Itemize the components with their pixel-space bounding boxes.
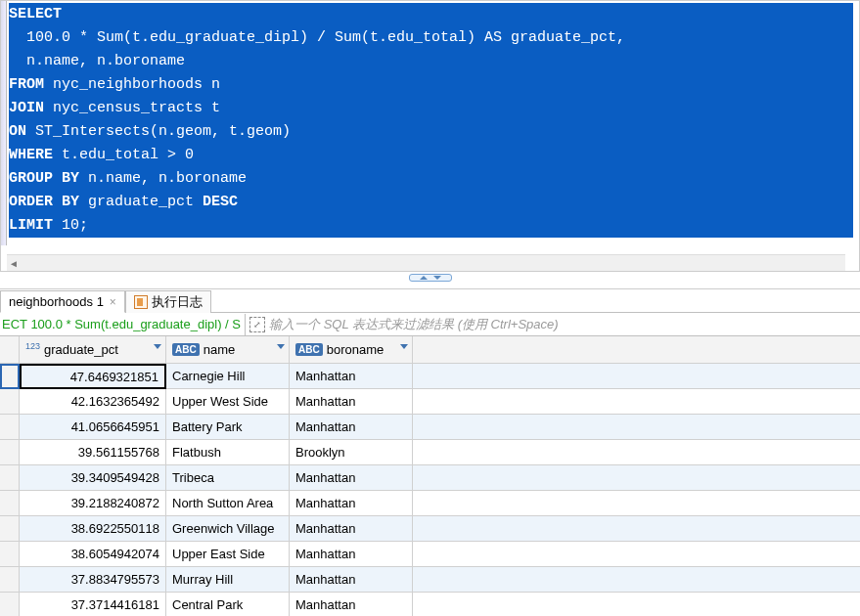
cell-graduate-pct[interactable]: 37.3714416181	[20, 593, 166, 616]
table-row[interactable]: 37.8834795573Murray HillManhattan	[0, 567, 860, 593]
cell-graduate-pct[interactable]: 42.1632365492	[20, 389, 166, 415]
chevron-down-icon[interactable]	[400, 344, 408, 349]
row-header[interactable]	[0, 465, 20, 491]
cell-name[interactable]: Flatbush	[166, 440, 290, 465]
kw-on: ON	[9, 123, 26, 140]
sql-line-9-mid: graduate_pct	[79, 194, 203, 210]
row-header[interactable]	[0, 364, 20, 389]
row-header[interactable]	[0, 542, 20, 567]
sql-line-6-rest: ST_Intersects(n.geom, t.geom)	[26, 123, 291, 140]
cell-empty	[413, 440, 860, 465]
kw-groupby: GROUP BY	[9, 170, 79, 187]
cell-name[interactable]: Upper West Side	[166, 389, 290, 415]
result-tab-label: neighborhoods 1	[9, 294, 104, 309]
row-header[interactable]	[0, 516, 20, 542]
cell-graduate-pct[interactable]: 38.6054942074	[20, 542, 166, 567]
cell-empty	[413, 593, 860, 616]
close-icon[interactable]: ×	[110, 295, 116, 309]
table-row[interactable]: 38.6922550118Greenwich VillageManhattan	[0, 516, 860, 542]
row-header[interactable]	[0, 415, 20, 440]
cell-graduate-pct[interactable]: 39.2188240872	[20, 491, 166, 516]
table-row[interactable]: 39.561155768FlatbushBrooklyn	[0, 440, 860, 465]
cell-empty	[413, 491, 860, 516]
row-header[interactable]	[0, 389, 20, 415]
chevron-down-icon[interactable]	[154, 344, 161, 349]
table-row[interactable]: 39.3409549428TribecaManhattan	[0, 465, 860, 491]
grid-body: 47.6469321851Carnegie HillManhattan42.16…	[0, 364, 860, 616]
kw-limit: LIMIT	[9, 217, 53, 234]
grid-header-row: 123 graduate_pct ABC name ABC boroname	[0, 336, 860, 364]
table-row[interactable]: 37.3714416181Central ParkManhattan	[0, 593, 860, 616]
table-row[interactable]: 38.6054942074Upper East SideManhattan	[0, 542, 860, 567]
cell-boroname[interactable]: Manhattan	[290, 491, 413, 516]
row-header[interactable]	[0, 440, 20, 465]
cell-name[interactable]: Central Park	[166, 593, 290, 616]
sql-line-5-rest: nyc_census_tracts t	[44, 100, 220, 116]
row-header[interactable]	[0, 567, 20, 593]
cell-boroname[interactable]: Manhattan	[290, 516, 413, 542]
row-header[interactable]	[0, 593, 20, 616]
cell-boroname[interactable]: Manhattan	[290, 593, 413, 616]
kw-where: WHERE	[9, 147, 53, 163]
cell-boroname[interactable]: Manhattan	[290, 389, 413, 415]
cell-empty	[413, 567, 860, 593]
panel-splitter[interactable]	[0, 272, 860, 289]
kw-orderby: ORDER BY	[9, 194, 79, 210]
tab-result-neighborhoods[interactable]: neighborhoods 1 ×	[0, 290, 125, 313]
sql-line-7-rest: t.edu_total > 0	[53, 147, 194, 163]
column-header-graduate-pct[interactable]: 123 graduate_pct	[20, 336, 166, 364]
cell-empty	[413, 389, 860, 415]
cell-name[interactable]: Battery Park	[166, 415, 290, 440]
cell-empty	[413, 516, 860, 542]
table-row[interactable]: 42.1632365492Upper West SideManhattan	[0, 389, 860, 415]
sql-line-10-rest: 10;	[53, 217, 88, 234]
cell-empty	[413, 465, 860, 491]
sql-line-4-rest: nyc_neighborhoods n	[44, 76, 220, 93]
row-header-corner[interactable]	[0, 336, 20, 364]
kw-join: JOIN	[9, 100, 44, 116]
sql-editor[interactable]: SELECT 100.0 * Sum(t.edu_graduate_dipl) …	[0, 0, 860, 272]
cell-boroname[interactable]: Manhattan	[290, 364, 413, 389]
cell-empty	[413, 415, 860, 440]
sql-line-3: n.name, n.boroname	[9, 53, 185, 69]
cell-boroname[interactable]: Manhattan	[290, 567, 413, 593]
tab-execution-log[interactable]: 执行日志	[125, 290, 211, 313]
table-row[interactable]: 39.2188240872North Sutton AreaManhattan	[0, 491, 860, 516]
cell-boroname[interactable]: Manhattan	[290, 542, 413, 567]
numeric-type-icon: 123	[25, 341, 40, 351]
editor-gutter	[1, 1, 7, 245]
cell-graduate-pct[interactable]: 38.6922550118	[20, 516, 166, 542]
cell-name[interactable]: Greenwich Village	[166, 516, 290, 542]
cell-name[interactable]: Murray Hill	[166, 567, 290, 593]
sql-text[interactable]: SELECT 100.0 * Sum(t.edu_graduate_dipl) …	[9, 3, 853, 238]
cell-name[interactable]: Tribeca	[166, 465, 290, 491]
cell-graduate-pct[interactable]: 41.0656645951	[20, 415, 166, 440]
cell-name[interactable]: Carnegie Hill	[166, 364, 290, 389]
kw-select: SELECT	[9, 6, 62, 22]
cell-name[interactable]: North Sutton Area	[166, 491, 290, 516]
cell-name[interactable]: Upper East Side	[166, 542, 290, 567]
table-row[interactable]: 47.6469321851Carnegie HillManhattan	[0, 364, 860, 389]
column-label-c1: graduate_pct	[44, 342, 118, 357]
scroll-left-arrow-icon[interactable]: ◄	[7, 257, 21, 270]
table-row[interactable]: 41.0656645951Battery ParkManhattan	[0, 415, 860, 440]
cell-graduate-pct[interactable]: 47.6469321851	[20, 364, 166, 389]
column-header-boroname[interactable]: ABC boroname	[290, 336, 413, 364]
cell-graduate-pct[interactable]: 39.561155768	[20, 440, 166, 465]
cell-boroname[interactable]: Manhattan	[290, 415, 413, 440]
column-label-c2: name	[204, 342, 236, 357]
cell-graduate-pct[interactable]: 39.3409549428	[20, 465, 166, 491]
expand-icon[interactable]: ⤢	[249, 317, 265, 332]
cell-boroname[interactable]: Brooklyn	[290, 440, 413, 465]
filter-input[interactable]: 输入一个 SQL 表达式来过滤结果 (使用 Ctrl+Space)	[269, 316, 860, 333]
cell-boroname[interactable]: Manhattan	[290, 465, 413, 491]
results-tabs: neighborhoods 1 × 执行日志	[0, 289, 860, 313]
row-header[interactable]	[0, 491, 20, 516]
divider	[245, 314, 246, 335]
chevron-down-icon[interactable]	[277, 344, 285, 349]
horizontal-scrollbar[interactable]: ◄	[7, 254, 845, 271]
column-header-name[interactable]: ABC name	[166, 336, 290, 364]
splitter-grip-icon[interactable]	[409, 274, 452, 282]
cell-empty	[413, 542, 860, 567]
cell-graduate-pct[interactable]: 37.8834795573	[20, 567, 166, 593]
